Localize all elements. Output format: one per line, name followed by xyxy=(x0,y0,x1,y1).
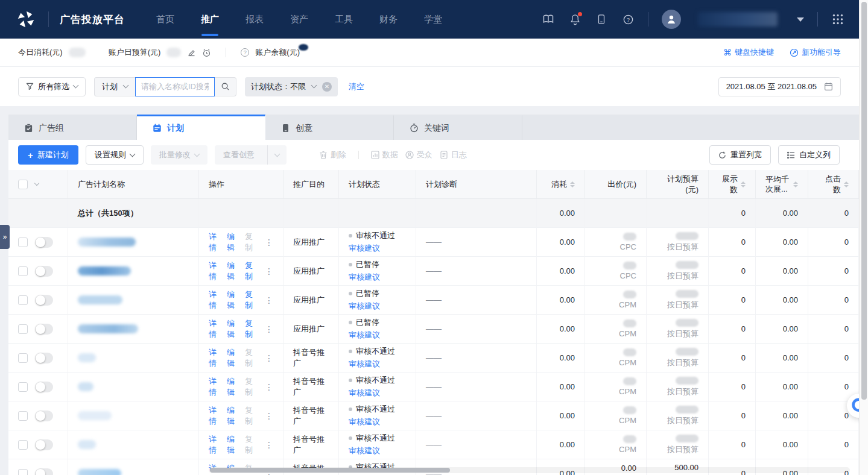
nav-item-tools[interactable]: 工具 xyxy=(334,10,354,29)
data-button[interactable]: 数据 xyxy=(371,149,398,160)
more-actions-icon[interactable]: ⋮ xyxy=(265,324,273,334)
vertical-scrollbar-thumb[interactable] xyxy=(861,2,867,400)
review-suggestion-link[interactable]: 审核建议 xyxy=(349,272,380,283)
new-feature-guide-link[interactable]: 新功能引导 xyxy=(790,47,841,58)
more-actions-icon[interactable]: ⋮ xyxy=(265,295,273,305)
select-menu-chevron-icon[interactable] xyxy=(34,181,39,186)
detail-link[interactable]: 详情 xyxy=(209,434,220,456)
account-caret-down-icon[interactable] xyxy=(797,17,804,22)
row-checkbox[interactable] xyxy=(18,295,28,305)
row-enable-toggle[interactable] xyxy=(35,382,53,392)
more-actions-icon[interactable]: ⋮ xyxy=(265,440,273,450)
reset-column-width-button[interactable]: 重置列宽 xyxy=(709,145,771,165)
select-all-checkbox[interactable] xyxy=(18,180,28,189)
detail-link[interactable]: 详情 xyxy=(209,347,220,369)
copy-link[interactable]: 复制 xyxy=(245,260,256,282)
row-checkbox[interactable] xyxy=(18,382,28,392)
tab-keywords[interactable]: 关键词 xyxy=(394,115,522,140)
nav-item-home[interactable]: 首页 xyxy=(155,10,176,29)
search-input[interactable] xyxy=(135,77,215,96)
view-creative-button[interactable]: 查看创意 xyxy=(215,145,287,165)
help-icon[interactable]: ? xyxy=(621,13,635,26)
tab-plans[interactable]: 计划 xyxy=(137,115,265,140)
copy-link[interactable]: 复制 xyxy=(245,289,256,311)
sidebar-expander-button[interactable]: » xyxy=(0,225,10,249)
row-checkbox[interactable] xyxy=(18,324,28,334)
detail-link[interactable]: 详情 xyxy=(209,318,220,340)
clear-filters-link[interactable]: 清空 xyxy=(349,81,364,92)
date-range-picker[interactable]: 2021.08.05 至 2021.08.05 xyxy=(718,77,841,96)
review-suggestion-link[interactable]: 审核建议 xyxy=(349,301,380,312)
horizontal-scrollbar[interactable] xyxy=(209,467,850,473)
nav-item-reports[interactable]: 报表 xyxy=(244,10,265,29)
vertical-scrollbar[interactable] xyxy=(859,0,868,475)
review-suggestion-link[interactable]: 审核建议 xyxy=(349,359,380,370)
avatar[interactable] xyxy=(662,10,681,29)
more-actions-icon[interactable]: ⋮ xyxy=(265,353,273,363)
row-enable-toggle[interactable] xyxy=(35,237,53,248)
nav-item-promotion[interactable]: 推广 xyxy=(200,10,220,29)
row-enable-toggle[interactable] xyxy=(35,324,53,335)
mobile-icon[interactable] xyxy=(595,13,608,26)
review-suggestion-link[interactable]: 审核建议 xyxy=(349,330,380,341)
more-actions-icon[interactable]: ⋮ xyxy=(265,382,273,392)
batch-edit-button[interactable]: 批量修改 xyxy=(151,145,207,165)
row-checkbox[interactable] xyxy=(18,440,28,450)
apps-grid-icon[interactable] xyxy=(831,13,844,26)
horizontal-scrollbar-thumb[interactable] xyxy=(210,468,450,473)
review-suggestion-link[interactable]: 审核建议 xyxy=(349,388,380,398)
schedule-clock-icon[interactable] xyxy=(202,48,211,57)
audience-button[interactable]: 受众 xyxy=(405,149,432,160)
review-suggestion-link[interactable]: 审核建议 xyxy=(349,445,380,456)
row-enable-toggle[interactable] xyxy=(35,295,53,306)
tab-creatives[interactable]: 创意 xyxy=(265,115,394,140)
row-enable-toggle[interactable] xyxy=(35,266,53,277)
new-plan-button[interactable]: + 新建计划 xyxy=(18,145,78,165)
detail-link[interactable]: 详情 xyxy=(209,405,220,427)
edit-link[interactable]: 编辑 xyxy=(227,289,238,311)
view-creative-dropdown[interactable] xyxy=(267,145,287,165)
edit-pencil-icon[interactable] xyxy=(187,48,196,57)
edit-link[interactable]: 编辑 xyxy=(227,405,238,427)
sort-icon[interactable] xyxy=(741,181,746,187)
more-actions-icon[interactable]: ⋮ xyxy=(265,266,273,276)
row-checkbox[interactable] xyxy=(18,353,28,363)
edit-link[interactable]: 编辑 xyxy=(227,376,238,398)
detail-link[interactable]: 详情 xyxy=(209,231,220,253)
edit-link[interactable]: 编辑 xyxy=(227,347,238,369)
set-rules-button[interactable]: 设置规则 xyxy=(86,145,144,165)
detail-link[interactable]: 详情 xyxy=(209,289,220,311)
edit-link[interactable]: 编辑 xyxy=(227,231,238,253)
review-suggestion-link[interactable]: 审核建议 xyxy=(349,417,380,427)
edit-link[interactable]: 编辑 xyxy=(227,260,238,282)
bell-icon[interactable] xyxy=(568,13,581,26)
nav-item-finance[interactable]: 财务 xyxy=(378,10,399,29)
detail-link[interactable]: 详情 xyxy=(209,260,220,282)
sort-icon[interactable] xyxy=(793,181,798,187)
tab-ad-groups[interactable]: 广告组 xyxy=(8,115,137,140)
log-button[interactable]: 日志 xyxy=(440,149,467,160)
row-checkbox[interactable] xyxy=(18,469,28,475)
all-filters-button[interactable]: 所有筛选 xyxy=(18,77,86,96)
detail-link[interactable]: 详情 xyxy=(209,376,220,398)
row-checkbox[interactable] xyxy=(18,238,28,247)
search-button[interactable] xyxy=(215,77,236,96)
row-enable-toggle[interactable] xyxy=(35,439,53,450)
search-type-select[interactable]: 计划 xyxy=(94,77,135,96)
journal-icon[interactable] xyxy=(542,13,555,26)
row-checkbox[interactable] xyxy=(18,411,28,421)
nav-item-academy[interactable]: 学堂 xyxy=(423,10,443,29)
plan-status-filter[interactable]: 计划状态：不限 ✕ xyxy=(245,77,338,96)
row-enable-toggle[interactable] xyxy=(35,411,53,421)
balance-help-icon[interactable]: ? xyxy=(241,48,249,57)
delete-button[interactable]: 删除 xyxy=(319,149,346,160)
edit-link[interactable]: 编辑 xyxy=(227,318,238,340)
row-enable-toggle[interactable] xyxy=(35,468,53,475)
nav-item-assets[interactable]: 资产 xyxy=(289,10,309,29)
customize-columns-button[interactable]: 自定义列 xyxy=(778,145,840,165)
brand-logo-icon[interactable] xyxy=(14,8,37,31)
review-suggestion-link[interactable]: 审核建议 xyxy=(349,243,380,254)
copy-link[interactable]: 复制 xyxy=(245,318,256,340)
sort-icon[interactable] xyxy=(570,181,575,187)
sort-icon[interactable] xyxy=(844,181,849,187)
